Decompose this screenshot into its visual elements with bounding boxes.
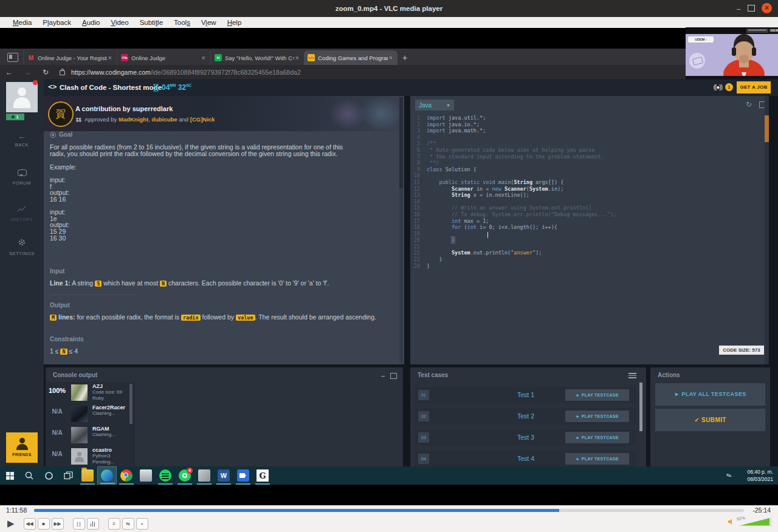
code-line[interactable]: 12 Scanner in = new Scanner(System.in);	[410, 186, 757, 193]
statement-scrollbar[interactable]	[399, 97, 403, 363]
tests-scrollbar[interactable]	[639, 383, 642, 431]
play-testcase-button[interactable]: ► PLAY TESTCASE	[565, 453, 629, 465]
code-line[interactable]: 1import java.util.*;	[410, 115, 757, 121]
menu-media[interactable]: Media	[7, 19, 37, 26]
sidebar-item-history[interactable]: HISTORY	[0, 204, 44, 222]
console-scrollbar[interactable]	[129, 384, 133, 424]
code-line[interactable]: 11 public static void main(String args[]…	[410, 179, 757, 186]
code-line[interactable]: 5/**	[410, 140, 757, 147]
code-line[interactable]: 18 for (int i= 0; i<x.length(); i++){	[410, 224, 757, 231]
code-line[interactable]: 16 // To debug: System.err.println("Debu…	[410, 211, 757, 218]
approver-link[interactable]: dubicube	[151, 116, 177, 123]
leaderboard-row[interactable]: 100%AZJCode size: 69Ruby	[46, 382, 132, 403]
taskbar-meet[interactable]	[233, 466, 253, 485]
code-line[interactable]: 14	[410, 199, 757, 205]
back-icon[interactable]: ←	[0, 68, 18, 77]
menu-audio[interactable]: Audio	[77, 19, 105, 26]
list-menu-icon[interactable]	[628, 373, 636, 378]
contributor-avatar[interactable]: 賀	[48, 101, 74, 127]
browser-tab[interactable]: </>Coding Games and Programmin×	[304, 50, 398, 65]
leaderboard-row[interactable]: N/AFacer2RacerClashing...	[46, 403, 132, 425]
code-line[interactable]: 2import java.io.*;	[410, 121, 757, 128]
play-testcase-button[interactable]: ► PLAY TESTCASE	[565, 432, 629, 443]
code-line[interactable]: 4	[410, 134, 757, 141]
volume-control[interactable]: 92%	[728, 517, 772, 526]
taskbar-spotify[interactable]	[156, 466, 175, 485]
sidebar-item-back[interactable]: ← BACK	[0, 132, 44, 148]
next-button[interactable]: ▶▶	[52, 518, 64, 530]
forward-icon[interactable]: →	[18, 68, 36, 77]
stop-button[interactable]: ■	[38, 518, 50, 530]
close-tab-icon[interactable]: ×	[201, 54, 207, 61]
code-line[interactable]: 22 System.out.println("answer");	[410, 250, 757, 256]
language-dropdown[interactable]: Java ▼	[415, 100, 454, 111]
broadcast-icon[interactable]: ((●))	[714, 84, 722, 90]
shuffle-button[interactable]: ×	[136, 518, 148, 530]
browser-tab[interactable]: UVaOnline Judge×	[117, 50, 210, 65]
code-editor[interactable]: Java ▼ ↻ 1import java.util.*;2import jav…	[410, 96, 769, 364]
code-line[interactable]: 15 // Write an answer using System.out.p…	[410, 205, 757, 211]
play-button[interactable]: ▶	[7, 518, 15, 529]
avatar[interactable]	[6, 82, 38, 112]
previous-button[interactable]: ◀◀	[24, 518, 36, 530]
editor-scrollbar[interactable]	[765, 96, 769, 364]
seek-slider[interactable]	[34, 509, 744, 512]
taskbar-edge[interactable]	[97, 466, 117, 485]
play-all-testcases-button[interactable]: ► PLAY ALL TESTCASES	[655, 383, 765, 406]
pen-icon[interactable]: ✎	[725, 471, 733, 480]
code-line[interactable]: 23 }	[410, 256, 757, 263]
minimize-icon[interactable]: –	[737, 5, 740, 12]
new-tab-button[interactable]: +	[402, 53, 407, 63]
approver-link[interactable]: [CG]Nick	[190, 116, 215, 123]
play-testcase-button[interactable]: ► PLAY TESTCASE	[565, 389, 629, 401]
close-icon[interactable]: ×	[762, 3, 772, 13]
get-a-job-button[interactable]: GET A JOB	[737, 81, 771, 94]
sidebar-item-forum[interactable]: FORUM	[0, 168, 44, 186]
submit-button[interactable]: ✓ SUBMIT	[655, 409, 765, 431]
sidebar-item-settings[interactable]: SETTINGS	[0, 238, 44, 256]
menu-help[interactable]: Help	[222, 19, 247, 26]
code-line[interactable]: 7 * the standard input according to the …	[410, 154, 757, 160]
minimize-panel-icon[interactable]: –	[381, 372, 385, 380]
playlist-button[interactable]: ≡	[108, 518, 120, 530]
remaining-time[interactable]: -25:14	[752, 506, 771, 514]
taskbar-start[interactable]	[0, 466, 19, 485]
close-tab-icon[interactable]: ×	[107, 54, 113, 61]
friends-button[interactable]: FRIENDS	[6, 432, 38, 463]
leaderboard-row[interactable]: N/ARGAMClashing...	[46, 425, 132, 446]
tab-actions-icon[interactable]	[7, 53, 18, 62]
taskbar-whatsapp[interactable]: 4	[175, 466, 194, 485]
taskbar-search[interactable]	[19, 466, 39, 485]
menu-playback[interactable]: Playback	[37, 19, 77, 26]
code-lines[interactable]: 1import java.util.*;2import java.io.*;3i…	[410, 115, 757, 269]
expand-panel-icon[interactable]	[390, 373, 397, 379]
code-line[interactable]: 17 int max = 1;	[410, 218, 757, 225]
code-line[interactable]: 6 * Auto-generated code below aims at he…	[410, 147, 757, 154]
code-line[interactable]: 20 }	[410, 237, 757, 244]
menu-video[interactable]: Video	[105, 19, 134, 26]
fullscreen-button[interactable]: [ ]	[73, 518, 85, 530]
code-line[interactable]: 24}	[410, 263, 757, 270]
close-tab-icon[interactable]: ×	[388, 54, 394, 61]
menu-tools[interactable]: Tools	[168, 19, 196, 26]
code-line[interactable]: 21	[410, 244, 757, 250]
play-testcase-button[interactable]: ► PLAY TESTCASE	[565, 411, 629, 422]
reload-icon[interactable]: ↻	[36, 68, 55, 77]
taskbar-task-view[interactable]	[58, 466, 78, 485]
testcase-row[interactable]: 02Test 2► PLAY TESTCASE	[415, 408, 636, 425]
loop-button[interactable]: ⇆	[122, 518, 134, 530]
browser-tab[interactable]: MOnline Judge - Your Registration×	[23, 50, 117, 65]
code-line[interactable]: 9class Solution {	[410, 166, 757, 173]
taskbar-file-explorer[interactable]	[78, 466, 97, 485]
extended-settings-button[interactable]	[87, 518, 99, 530]
code-line[interactable]: 19	[410, 231, 757, 237]
code-line[interactable]: 3import java.math.*;	[410, 128, 757, 134]
testcase-row[interactable]: 03Test 3► PLAY TESTCASE	[415, 429, 636, 446]
code-line[interactable]: 8 **/	[410, 160, 757, 166]
taskbar-chrome[interactable]	[117, 466, 136, 485]
menu-view[interactable]: View	[196, 19, 222, 26]
menu-subtitle[interactable]: Subtitle	[134, 19, 168, 26]
taskbar-photos[interactable]	[194, 466, 214, 485]
taskbar-cortana[interactable]	[39, 466, 58, 485]
taskbar-clock[interactable]: 06:40 p. m. 08/03/2021	[747, 468, 773, 483]
